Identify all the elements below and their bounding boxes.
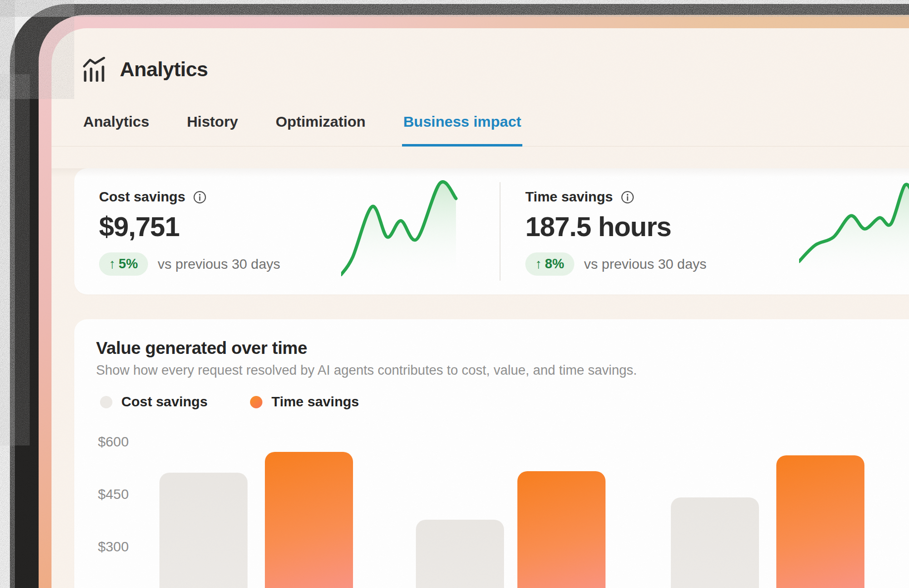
- tab-analytics[interactable]: Analytics: [82, 113, 150, 147]
- stats-card: Cost savings $9,751 ↑5% vs previous 30 d…: [74, 168, 909, 294]
- legend-dot-orange: [250, 396, 262, 408]
- main-content: Cost savings $9,751 ↑5% vs previous 30 d…: [51, 168, 909, 588]
- page-title: Analytics: [120, 58, 208, 81]
- screenshot-stage: Analytics AnalyticsHistoryOptimizationBu…: [0, 0, 909, 588]
- cost-savings-sparkline: [341, 178, 460, 285]
- bar-cost-savings-group2: [416, 520, 504, 588]
- time-savings-sparkline: [799, 178, 909, 285]
- title-row: Analytics: [51, 28, 909, 82]
- cost-savings-delta-badge: ↑5%: [99, 252, 148, 276]
- value-chart-card: Value generated over time Show how every…: [74, 319, 909, 588]
- tab-optimization[interactable]: Optimization: [275, 113, 367, 147]
- time-savings-compare: vs previous 30 days: [584, 256, 707, 272]
- cost-savings-compare: vs previous 30 days: [158, 256, 280, 272]
- time-savings-delta: 8%: [545, 256, 564, 272]
- bar-time-savings-group3: [776, 455, 864, 588]
- y-axis-label-300: $300: [89, 539, 129, 555]
- tab-history[interactable]: History: [186, 113, 239, 147]
- cost-savings-label: Cost savings: [99, 189, 185, 205]
- bar-chart-plot: $600$450$300: [74, 319, 909, 588]
- chart-title: Value generated over time: [96, 338, 909, 358]
- up-arrow-icon: ↑: [535, 256, 542, 272]
- tab-business-impact[interactable]: Business impact: [402, 113, 522, 147]
- time-savings-delta-badge: ↑8%: [525, 252, 574, 276]
- stat-cost-savings: Cost savings $9,751 ↑5% vs previous 30 d…: [74, 168, 500, 294]
- app-window: Analytics AnalyticsHistoryOptimizationBu…: [51, 28, 909, 588]
- bar-cost-savings-group3: [671, 497, 759, 588]
- bar-time-savings-group1: [265, 452, 353, 588]
- time-savings-label: Time savings: [525, 189, 613, 205]
- y-axis-label-600: $600: [89, 434, 129, 450]
- up-arrow-icon: ↑: [109, 256, 116, 272]
- analytics-icon: [82, 57, 107, 82]
- info-icon[interactable]: [193, 191, 206, 204]
- y-axis-label-450: $450: [89, 487, 129, 502]
- tab-bar: AnalyticsHistoryOptimizationBusiness imp…: [51, 113, 909, 147]
- legend-item-cost-savings[interactable]: Cost savings: [100, 394, 207, 410]
- chart-subtitle: Show how every request resolved by AI ag…: [96, 363, 909, 378]
- info-icon[interactable]: [621, 191, 634, 204]
- app-header: Analytics AnalyticsHistoryOptimizationBu…: [51, 28, 909, 147]
- cost-savings-delta: 5%: [119, 256, 138, 272]
- bar-time-savings-group2: [517, 471, 606, 588]
- bar-cost-savings-group1: [159, 473, 248, 588]
- legend-dot-gray: [100, 396, 112, 408]
- legend-item-time-savings[interactable]: Time savings: [250, 394, 359, 410]
- chart-legend: Cost savingsTime savings: [100, 394, 909, 410]
- stat-time-savings: Time savings 187.5 hours ↑8% vs previous…: [501, 168, 909, 294]
